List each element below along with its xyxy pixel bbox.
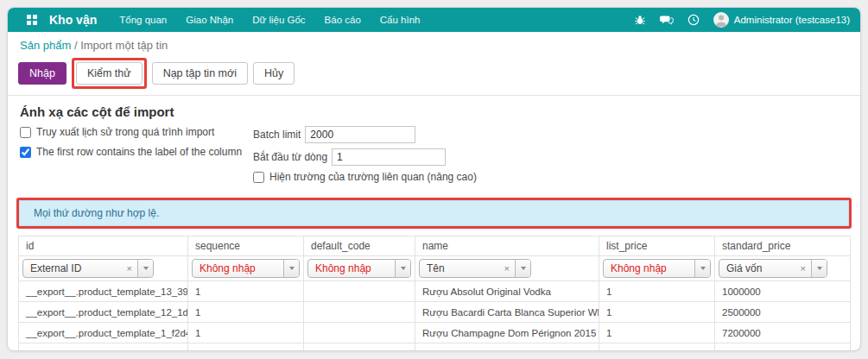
- mapping-select-value: Giá vốn: [719, 260, 799, 277]
- annotation-highlight-test-button: Kiểm thử: [72, 58, 147, 89]
- app-title[interactable]: Kho vận: [49, 13, 97, 27]
- table-cell: Rượu Champagne Dom Pérignon 2015: [415, 323, 599, 343]
- remove-mapping-icon[interactable]: ×: [799, 260, 811, 277]
- column-header: default_code: [304, 236, 415, 256]
- chevron-down-icon[interactable]: [395, 260, 410, 277]
- table-cell: __export__.product_template_1_f2d42ccb: [19, 323, 188, 343]
- nav-item[interactable]: Giao Nhận: [186, 15, 233, 25]
- toolbar: Nhập Kiểm thử Nạp tập tin mới Hủy: [18, 58, 850, 89]
- table-cell: Rượu Chivas Regal 12: [415, 343, 599, 352]
- table-cell: __export__.product_template_13_39a44e69: [19, 281, 188, 302]
- import-preview: idsequencedefault_codenamelist_pricestan…: [8, 236, 860, 351]
- table-row: __export__.product_template_6_86beb80f1R…: [19, 343, 851, 352]
- track-history-option[interactable]: Truy xuất lịch sử trong quá trình import: [20, 126, 246, 138]
- validation-alert: Mọi thứ dường như hợp lệ.: [19, 200, 849, 226]
- batch-limit-label: Batch limit: [253, 129, 301, 141]
- cancel-button[interactable]: Hủy: [253, 62, 295, 85]
- mapping-select-value: Không nhập: [604, 260, 694, 277]
- advanced-fields-option[interactable]: Hiện trường của trường liên quan (nâng c…: [253, 171, 477, 183]
- chevron-down-icon[interactable]: [283, 260, 299, 277]
- breadcrumb-parent[interactable]: Sản phẩm: [20, 39, 71, 52]
- clock-icon[interactable]: [687, 14, 700, 26]
- table-row: __export__.product_template_12_1d2a54851…: [19, 302, 851, 323]
- mapping-section: Ánh xạ các cột để import Truy xuất lịch …: [8, 96, 860, 194]
- mapping-select-value: Không nhập: [308, 260, 395, 277]
- table-cell: [304, 302, 415, 323]
- user-menu[interactable]: Administrator (testcase13): [713, 12, 850, 28]
- mapping-select[interactable]: Giá vốn×: [719, 259, 827, 278]
- column-header: sequence: [188, 236, 304, 256]
- batch-limit-input[interactable]: [305, 126, 415, 143]
- advanced-fields-checkbox[interactable]: [253, 172, 264, 183]
- table-cell: 7200000: [715, 323, 851, 343]
- nav-item[interactable]: Tổng quan: [119, 15, 167, 25]
- table-cell: [304, 281, 415, 302]
- table-cell: 1: [188, 343, 304, 352]
- table-cell: Rượu Bacardi Carta Blanca Superior White…: [415, 302, 599, 323]
- bug-icon[interactable]: [634, 14, 646, 26]
- mapping-select[interactable]: Tên×: [419, 259, 531, 278]
- table-cell: 1: [599, 302, 715, 323]
- apps-grid-icon[interactable]: [27, 15, 37, 25]
- mapping-select[interactable]: External ID×: [22, 259, 154, 278]
- table-cell: 1: [599, 323, 715, 343]
- top-navbar: Kho vận Tổng quanGiao NhậnDữ liệu GốcBáo…: [8, 8, 860, 32]
- column-header: list_price: [599, 236, 715, 256]
- mapping-select[interactable]: Không nhập: [192, 259, 300, 278]
- remove-mapping-icon[interactable]: ×: [125, 260, 137, 277]
- chevron-down-icon[interactable]: [811, 260, 827, 277]
- import-button[interactable]: Nhập: [18, 62, 67, 85]
- table-cell: 1000000: [715, 281, 851, 302]
- app-window: Kho vận Tổng quanGiao NhậnDữ liệu GốcBáo…: [7, 7, 861, 351]
- table-cell: [304, 343, 415, 352]
- breadcrumb-current: Import một tập tin: [80, 39, 168, 52]
- breadcrumb-separator: /: [74, 39, 78, 52]
- track-history-label: Truy xuất lịch sử trong quá trình import: [36, 126, 214, 138]
- chevron-down-icon[interactable]: [137, 260, 153, 277]
- table-row: __export__.product_template_1_f2d42ccb1R…: [19, 323, 851, 343]
- mapping-select-value: Không nhập: [193, 260, 283, 277]
- import-table: idsequencedefault_codenamelist_pricestan…: [18, 236, 851, 351]
- chevron-down-icon[interactable]: [515, 260, 530, 277]
- start-line-label: Bắt đầu từ dòng: [253, 151, 327, 163]
- table-cell: 2500000: [715, 302, 851, 323]
- test-button[interactable]: Kiểm thử: [76, 62, 143, 85]
- first-row-checkbox[interactable]: [20, 147, 31, 158]
- advanced-fields-label: Hiện trường của trường liên quan (nâng c…: [269, 171, 477, 183]
- track-history-checkbox[interactable]: [20, 127, 31, 138]
- table-row: __export__.product_template_13_39a44e691…: [19, 281, 851, 302]
- section-title: Ánh xạ các cột để import: [20, 104, 848, 119]
- nav-item[interactable]: Dữ liệu Gốc: [252, 15, 305, 25]
- column-header: name: [415, 236, 599, 256]
- main-menu: Tổng quanGiao NhậnDữ liệu GốcBáo cáoCấu …: [119, 15, 420, 25]
- annotation-highlight-alert: Mọi thứ dường như hợp lệ.: [16, 198, 852, 229]
- table-cell: __export__.product_template_12_1d2a5485: [19, 302, 188, 323]
- table-cell: Rượu Absolut Original Vodka: [415, 281, 599, 302]
- user-name: Administrator (testcase13): [734, 15, 850, 25]
- first-row-option[interactable]: The first row contains the label of the …: [20, 146, 246, 158]
- column-header: id: [19, 236, 188, 256]
- mapping-select[interactable]: Không nhập: [307, 259, 411, 278]
- remove-mapping-icon[interactable]: ×: [503, 260, 515, 277]
- table-cell: 1: [188, 323, 304, 343]
- chevron-down-icon[interactable]: [694, 260, 710, 277]
- mapping-select-value: External ID: [23, 260, 125, 277]
- avatar: [713, 12, 729, 28]
- table-cell: 1: [599, 281, 715, 302]
- mapping-select[interactable]: Không nhập: [603, 259, 711, 278]
- breadcrumb: Sản phẩm / Import một tập tin: [20, 39, 850, 52]
- chat-icon[interactable]: [660, 14, 674, 26]
- start-line-input[interactable]: [332, 148, 446, 166]
- nav-item[interactable]: Báo cáo: [325, 15, 361, 25]
- table-cell: 3000000: [715, 343, 851, 352]
- table-cell: 1: [188, 281, 304, 302]
- nav-item[interactable]: Cấu hình: [380, 15, 421, 25]
- column-header: standard_price: [715, 236, 851, 256]
- mapping-select-value: Tên: [420, 260, 503, 277]
- table-cell: 1: [599, 343, 715, 352]
- control-panel: Sản phẩm / Import một tập tin Nhập Kiểm …: [8, 32, 860, 96]
- table-cell: [304, 323, 415, 343]
- reload-file-button[interactable]: Nạp tập tin mới: [152, 62, 248, 85]
- table-cell: 1: [188, 302, 304, 323]
- table-cell: __export__.product_template_6_86beb80f: [19, 343, 188, 352]
